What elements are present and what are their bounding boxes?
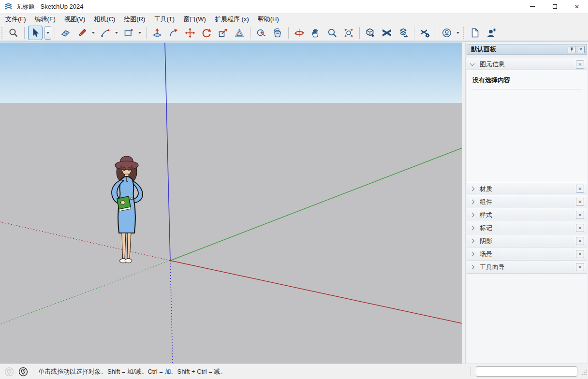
paint-bucket-tool-button[interactable] bbox=[270, 26, 285, 40]
tray-section-工具向导[interactable]: 工具向导✕ bbox=[467, 261, 587, 274]
zoom-extents-tool-button[interactable] bbox=[341, 26, 356, 40]
close-section-button[interactable]: ✕ bbox=[576, 263, 584, 271]
new-document-icon bbox=[470, 28, 480, 38]
account-tool-button[interactable] bbox=[440, 26, 454, 40]
zoom-search-tool-button[interactable] bbox=[6, 26, 21, 40]
menu-item[interactable]: 文件(F) bbox=[1, 13, 30, 26]
section-label: 标记 bbox=[480, 224, 576, 233]
toolbar-grip[interactable] bbox=[1, 27, 3, 39]
eraser-tool-button[interactable] bbox=[59, 26, 73, 40]
select-arrow-tool-button[interactable] bbox=[28, 26, 43, 40]
push-pull-tool-button[interactable] bbox=[150, 26, 164, 40]
section-label: 样式 bbox=[480, 211, 576, 219]
toolbar bbox=[0, 25, 588, 42]
scale-icon bbox=[218, 28, 228, 38]
rotate-tool-button[interactable] bbox=[199, 26, 214, 40]
close-panel-button[interactable]: ✕ bbox=[577, 46, 585, 53]
chevron-down-icon bbox=[456, 32, 459, 34]
menu-item[interactable]: 绘图(R) bbox=[119, 13, 149, 26]
close-button[interactable]: ✕ bbox=[566, 0, 588, 14]
tray-sections: 材质✕组件✕样式✕标记✕阴影✕场景✕工具向导✕ bbox=[467, 182, 587, 274]
share-component-tool-button[interactable] bbox=[396, 26, 411, 40]
follow-me-icon bbox=[168, 28, 179, 38]
zoom-tool-button[interactable] bbox=[325, 26, 339, 40]
two-point-arc-dropdown-button[interactable] bbox=[114, 26, 119, 40]
close-section-button[interactable]: ✕ bbox=[576, 211, 584, 219]
close-section-button[interactable]: ✕ bbox=[576, 224, 584, 232]
menu-bar: 文件(F)编辑(E)视图(V)相机(C)绘图(R)工具(T)窗口(W)扩展程序 … bbox=[0, 14, 588, 25]
resize-grip[interactable] bbox=[581, 370, 587, 376]
close-section-button[interactable]: ✕ bbox=[576, 185, 584, 193]
chevron-down-icon bbox=[470, 61, 475, 66]
viewport-3d[interactable] bbox=[0, 43, 462, 364]
rectangle-tool-button[interactable] bbox=[121, 26, 136, 40]
offset-tool-button[interactable] bbox=[232, 26, 247, 40]
chevron-right-icon bbox=[470, 265, 475, 270]
close-section-button[interactable]: ✕ bbox=[576, 237, 584, 245]
menu-item[interactable]: 相机(C) bbox=[89, 13, 119, 26]
tray-section-标记[interactable]: 标记✕ bbox=[467, 221, 587, 234]
section-label: 图元信息 bbox=[480, 60, 576, 69]
tray-section-组件[interactable]: 组件✕ bbox=[467, 195, 587, 208]
chevron-right-icon bbox=[470, 187, 475, 191]
entity-info-content: 没有选择内容 bbox=[467, 70, 587, 182]
rectangle-dropdown-button[interactable] bbox=[137, 26, 143, 40]
pencil-tool-button[interactable] bbox=[75, 26, 89, 40]
orbit-tool-button[interactable] bbox=[292, 26, 307, 40]
pin-panel-button[interactable] bbox=[568, 46, 575, 53]
tray-section-材质[interactable]: 材质✕ bbox=[467, 182, 587, 195]
toolbar-separator bbox=[288, 27, 289, 39]
statusbar-divider bbox=[470, 367, 471, 377]
pan-icon bbox=[310, 28, 321, 38]
3d-warehouse-tool-button[interactable] bbox=[363, 26, 378, 40]
new-document-tool-button[interactable] bbox=[468, 26, 482, 40]
follow-me-tool-button[interactable] bbox=[166, 26, 181, 40]
pan-tool-button[interactable] bbox=[309, 26, 323, 40]
credits-icon[interactable] bbox=[18, 367, 28, 377]
tray-section-场景[interactable]: 场景✕ bbox=[467, 248, 587, 261]
move-icon bbox=[185, 28, 195, 38]
select-arrow-dropdown-button[interactable] bbox=[44, 26, 51, 40]
menu-item[interactable]: 工具(T) bbox=[149, 13, 179, 26]
menu-item[interactable]: 视图(V) bbox=[60, 13, 89, 26]
select-arrow-icon bbox=[30, 28, 41, 38]
chevron-down-icon bbox=[92, 32, 95, 34]
account-dropdown-button[interactable] bbox=[455, 26, 461, 40]
panel-header[interactable]: 默认面板 ✕ bbox=[467, 44, 587, 55]
pencil-dropdown-button[interactable] bbox=[90, 26, 96, 40]
content-area: 默认面板 ✕ 图元信息 ✕ bbox=[0, 43, 588, 364]
section-entity-info[interactable]: 图元信息 ✕ bbox=[467, 58, 587, 70]
rotate-icon bbox=[201, 28, 212, 38]
statusbar-divider bbox=[33, 367, 33, 377]
close-section-button[interactable]: ✕ bbox=[576, 60, 584, 69]
status-bar: 单击或拖动以选择对象。Shift = 加/减。Ctrl = 加。Shift + … bbox=[0, 364, 588, 379]
sketchup-logo-icon bbox=[4, 2, 13, 11]
menu-item[interactable]: 窗口(W) bbox=[179, 13, 210, 26]
section-label: 阴影 bbox=[480, 237, 576, 246]
menu-item[interactable]: 帮助(H) bbox=[253, 13, 283, 26]
maximize-button[interactable] bbox=[544, 0, 566, 14]
move-tool-button[interactable] bbox=[183, 26, 197, 40]
minimize-icon bbox=[530, 6, 535, 7]
two-point-arc-tool-button[interactable] bbox=[98, 26, 113, 40]
chevron-right-icon bbox=[470, 239, 475, 244]
person-figure[interactable] bbox=[105, 153, 148, 265]
tray-section-阴影[interactable]: 阴影✕ bbox=[467, 234, 587, 248]
title-bar: 无标题 - SketchUp 2024 ✕ bbox=[0, 0, 588, 14]
extension-warehouse-tool-button[interactable] bbox=[380, 26, 394, 40]
measurements-input[interactable] bbox=[476, 366, 577, 377]
tape-measure-tool-button[interactable] bbox=[254, 26, 268, 40]
add-collaborator-tool-button[interactable] bbox=[484, 26, 499, 40]
scale-tool-button[interactable] bbox=[216, 26, 230, 40]
close-section-button[interactable]: ✕ bbox=[576, 250, 584, 258]
minimize-button[interactable] bbox=[521, 0, 544, 14]
close-section-button[interactable]: ✕ bbox=[576, 198, 584, 206]
extension-manager-tool-button[interactable] bbox=[418, 26, 432, 40]
menu-item[interactable]: 扩展程序 (x) bbox=[210, 13, 253, 26]
tray-section-样式[interactable]: 样式✕ bbox=[467, 208, 587, 221]
menu-item[interactable]: 编辑(E) bbox=[30, 13, 60, 26]
geolocation-icon[interactable] bbox=[4, 367, 14, 377]
chevron-down-icon bbox=[138, 32, 141, 34]
toolbar-grip[interactable] bbox=[463, 27, 465, 39]
section-label: 材质 bbox=[480, 185, 576, 193]
